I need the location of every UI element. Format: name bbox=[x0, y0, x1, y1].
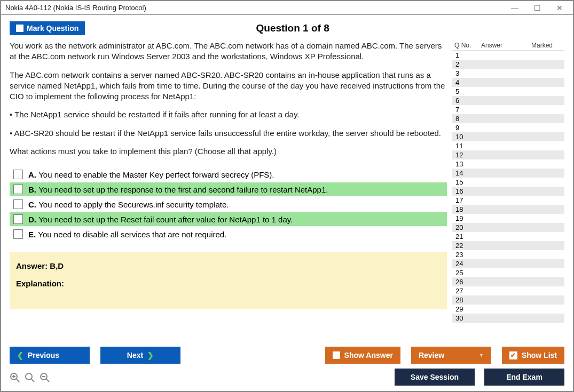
app-window: Nokia 4A0-112 (Nokia IS-IS Routing Proto… bbox=[0, 0, 574, 392]
option-row[interactable]: E. You need to disable all services that… bbox=[10, 227, 447, 241]
question-list-row[interactable]: 8 bbox=[452, 114, 564, 123]
question-list-row[interactable]: 4 bbox=[452, 78, 564, 87]
checkbox-icon[interactable] bbox=[13, 229, 23, 239]
previous-label: Previous bbox=[28, 351, 59, 359]
content-area: Mark Question Question 1 of 8 You work a… bbox=[1, 15, 573, 391]
question-list-row[interactable]: 16 bbox=[452, 187, 564, 196]
zoom-controls bbox=[10, 372, 50, 386]
question-list[interactable]: 1234567891011121314151617181920212223242… bbox=[452, 50, 564, 339]
header-row: Mark Question Question 1 of 8 bbox=[10, 21, 564, 35]
review-dropdown[interactable]: Review ▼ bbox=[411, 347, 491, 364]
question-list-row[interactable]: 3 bbox=[452, 69, 564, 78]
question-list-row[interactable]: 13 bbox=[452, 159, 564, 169]
chevron-right-icon: ❯ bbox=[147, 351, 154, 359]
question-column: You work as the network administrator at… bbox=[10, 41, 447, 339]
bottom-toolbar: ❮ Previous Next ❯ Show Answer Review ▼ ✔… bbox=[10, 347, 564, 364]
svg-point-4 bbox=[26, 373, 32, 380]
question-list-row[interactable]: 20 bbox=[452, 223, 564, 232]
main-columns: You work as the network administrator at… bbox=[10, 41, 564, 339]
checkbox-icon bbox=[333, 351, 340, 359]
end-exam-button[interactable]: End Exam bbox=[484, 369, 564, 386]
title-bar: Nokia 4A0-112 (Nokia IS-IS Routing Proto… bbox=[1, 1, 573, 15]
question-list-row[interactable]: 11 bbox=[452, 141, 564, 150]
question-list-row[interactable]: 17 bbox=[452, 196, 564, 205]
end-exam-label: End Exam bbox=[506, 373, 542, 381]
question-heading: Question 1 of 8 bbox=[21, 22, 564, 34]
save-session-button[interactable]: Save Session bbox=[395, 369, 475, 386]
show-answer-label: Show Answer bbox=[344, 351, 393, 359]
question-list-row[interactable]: 2 bbox=[452, 60, 564, 69]
question-list-row[interactable]: 19 bbox=[452, 214, 564, 223]
question-list-row[interactable]: 10 bbox=[452, 132, 564, 141]
question-list-row[interactable]: 27 bbox=[452, 286, 564, 295]
option-row[interactable]: D. You need to set up the Reset fail cou… bbox=[10, 212, 447, 226]
option-row[interactable]: C. You need to apply the Securews.inf se… bbox=[10, 197, 447, 211]
question-list-row[interactable]: 1 bbox=[452, 51, 564, 60]
checkbox-icon[interactable] bbox=[13, 185, 23, 194]
zoom-out-icon[interactable] bbox=[40, 372, 50, 386]
next-button[interactable]: Next ❯ bbox=[100, 347, 180, 364]
question-list-row[interactable]: 24 bbox=[452, 259, 564, 268]
question-list-row[interactable]: 14 bbox=[452, 169, 564, 178]
show-list-button[interactable]: ✔ Show List bbox=[502, 347, 564, 364]
question-para: You work as the network administrator at… bbox=[10, 41, 447, 62]
show-list-label: Show List bbox=[522, 351, 557, 359]
show-answer-button[interactable]: Show Answer bbox=[325, 347, 400, 364]
answer-panel: Answer: B,D Explanation: bbox=[10, 252, 447, 309]
review-label: Review bbox=[419, 351, 444, 359]
option-label: D. You need to set up the Reset fail cou… bbox=[28, 215, 293, 224]
option-row[interactable]: A. You need to enable the Master Key per… bbox=[10, 167, 447, 181]
question-list-row[interactable]: 21 bbox=[452, 232, 564, 241]
checkbox-icon[interactable] bbox=[13, 214, 23, 224]
question-list-row[interactable]: 28 bbox=[452, 295, 564, 305]
window-title: Nokia 4A0-112 (Nokia IS-IS Routing Proto… bbox=[5, 4, 510, 12]
checkbox-icon[interactable] bbox=[13, 170, 23, 179]
chevron-left-icon: ❮ bbox=[17, 351, 23, 359]
question-body: You work as the network administrator at… bbox=[10, 41, 447, 164]
question-para: The ABC.com network contains a server na… bbox=[10, 70, 447, 102]
question-list-row[interactable]: 23 bbox=[452, 250, 564, 259]
question-list-row[interactable]: 26 bbox=[452, 277, 564, 286]
col-header-qno: Q No. bbox=[454, 42, 481, 49]
question-list-row[interactable]: 6 bbox=[452, 96, 564, 105]
question-list-header: Q No. Answer Marked bbox=[452, 41, 564, 50]
svg-line-5 bbox=[32, 379, 34, 382]
checkbox-icon[interactable] bbox=[13, 199, 23, 209]
minimize-icon[interactable]: — bbox=[510, 4, 520, 12]
explanation-label: Explanation: bbox=[16, 279, 441, 288]
option-label: A. You need to enable the Master Key per… bbox=[28, 170, 274, 179]
col-header-answer: Answer bbox=[481, 42, 518, 49]
checkbox-checked-icon: ✔ bbox=[509, 351, 517, 359]
question-list-row[interactable]: 30 bbox=[452, 314, 564, 323]
next-label: Next bbox=[127, 351, 143, 359]
question-list-row[interactable]: 7 bbox=[452, 105, 564, 114]
maximize-icon[interactable]: ☐ bbox=[532, 4, 542, 12]
session-controls: Save Session End Exam bbox=[395, 369, 564, 386]
zoom-reset-icon[interactable] bbox=[25, 372, 35, 386]
option-row[interactable]: B. You need to set up the response to th… bbox=[10, 182, 447, 196]
svg-line-7 bbox=[46, 379, 49, 382]
question-list-row[interactable]: 12 bbox=[452, 150, 564, 159]
zoom-in-icon[interactable] bbox=[10, 372, 20, 386]
options-list: A. You need to enable the Master Key per… bbox=[10, 167, 447, 242]
question-list-row[interactable]: 5 bbox=[452, 87, 564, 96]
svg-line-1 bbox=[17, 379, 19, 382]
question-list-row[interactable]: 15 bbox=[452, 178, 564, 187]
question-list-row[interactable]: 18 bbox=[452, 205, 564, 214]
question-list-row[interactable]: 22 bbox=[452, 241, 564, 250]
question-list-row[interactable]: 9 bbox=[452, 123, 564, 132]
question-list-row[interactable]: 25 bbox=[452, 268, 564, 277]
window-controls: — ☐ ✕ bbox=[510, 4, 569, 12]
answer-text: Answer: B,D bbox=[16, 261, 441, 270]
question-list-row[interactable]: 29 bbox=[452, 305, 564, 314]
option-label: E. You need to disable all services that… bbox=[28, 230, 226, 239]
close-icon[interactable]: ✕ bbox=[555, 4, 564, 12]
question-bullet: • ABC-SR20 should be restart if the NetA… bbox=[10, 128, 447, 139]
col-header-marked: Marked bbox=[518, 42, 562, 49]
previous-button[interactable]: ❮ Previous bbox=[10, 347, 90, 364]
question-prompt: What actions must you take to implement … bbox=[10, 146, 447, 157]
chevron-down-icon: ▼ bbox=[479, 353, 484, 358]
question-bullet: • The NetApp1 service should be restarte… bbox=[10, 109, 447, 120]
option-label: C. You need to apply the Securews.inf se… bbox=[28, 200, 229, 209]
option-label: B. You need to set up the response to th… bbox=[28, 185, 328, 194]
